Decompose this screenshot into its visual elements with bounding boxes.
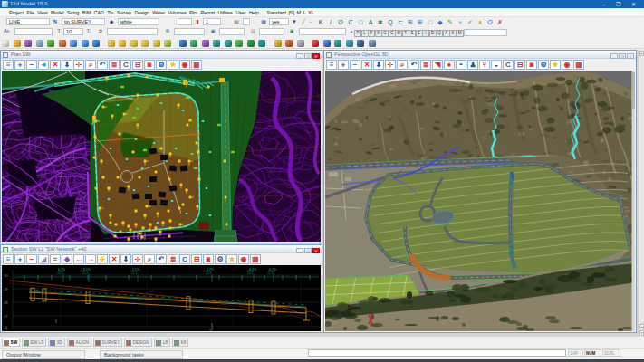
svg-text:30: 30: [4, 273, 8, 278]
svg-text:12.3: 12.3: [57, 272, 62, 275]
svg-text:12.3: 12.3: [131, 272, 137, 275]
svg-text:26: 26: [4, 325, 8, 329]
svg-text:12.3: 12.3: [267, 272, 273, 275]
svg-text:12.3: 12.3: [82, 272, 88, 275]
svg-text:12.3: 12.3: [247, 272, 253, 275]
svg-text:32: 32: [209, 329, 213, 331]
svg-text:Z: Z: [357, 300, 361, 308]
svg-text:27: 27: [4, 314, 8, 319]
svg-text:12.3: 12.3: [206, 272, 211, 275]
svg-text:29: 29: [4, 287, 8, 291]
svg-text:28: 28: [4, 300, 8, 305]
